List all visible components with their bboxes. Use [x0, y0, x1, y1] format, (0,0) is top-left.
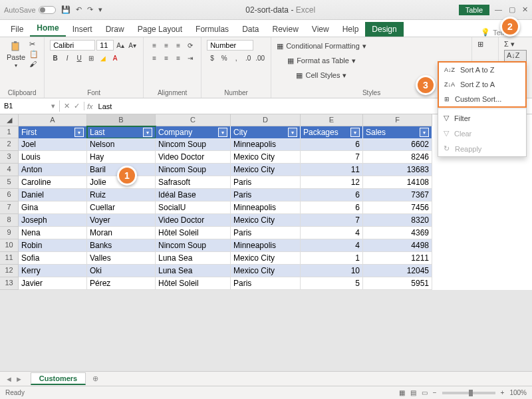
row-header-1[interactable]: 1	[0, 126, 19, 138]
cell[interactable]: Idéal Base	[156, 189, 231, 201]
percent-icon[interactable]: %	[219, 53, 229, 63]
cell[interactable]: Hôtel Soleil	[156, 227, 231, 239]
cell[interactable]: SocialU	[156, 201, 231, 214]
cell[interactable]: Hay	[87, 151, 156, 164]
number-format-combo[interactable]	[207, 40, 253, 51]
cell[interactable]: Paris	[231, 176, 301, 189]
cell[interactable]: Paris	[231, 189, 301, 201]
align-top-icon[interactable]: ≡	[149, 40, 160, 51]
minimize-icon[interactable]: —	[495, 5, 502, 14]
cell[interactable]: 7456	[363, 201, 432, 214]
cell[interactable]: Nelson	[87, 138, 156, 151]
save-icon[interactable]: 💾	[61, 5, 70, 14]
align-center-icon[interactable]: ≡	[161, 53, 172, 63]
row-header-6[interactable]: 6	[0, 189, 19, 201]
cell[interactable]: Safrasoft	[156, 176, 231, 189]
col-header-D[interactable]: D	[231, 114, 301, 126]
tab-review[interactable]: Review	[265, 22, 305, 37]
currency-icon[interactable]: $	[207, 53, 217, 63]
tab-insert[interactable]: Insert	[66, 22, 99, 37]
select-all[interactable]: ◢	[0, 114, 19, 126]
col-header-E[interactable]: E	[301, 114, 363, 126]
cell[interactable]: 13683	[363, 164, 432, 176]
col-header-F[interactable]: F	[363, 114, 432, 126]
table-header-city[interactable]: City▾	[231, 126, 301, 138]
cell[interactable]: 8246	[363, 151, 432, 164]
table-header-last[interactable]: Last▾	[87, 126, 156, 138]
increase-font-icon[interactable]: A▴	[115, 40, 126, 51]
cell[interactable]: Mexico City	[231, 164, 301, 176]
filter-dropdown-icon[interactable]: ▾	[420, 128, 429, 137]
cell[interactable]: Joseph	[19, 214, 87, 227]
cell[interactable]: Caroline	[19, 176, 87, 189]
cell[interactable]: Moran	[87, 227, 156, 239]
row-header-2[interactable]: 2	[0, 138, 19, 151]
cell[interactable]: 12045	[363, 265, 432, 277]
cell[interactable]: Mexico City	[231, 252, 301, 265]
autosave-toggle[interactable]: AutoSave	[4, 6, 56, 14]
underline-button[interactable]: U	[74, 53, 84, 63]
cell[interactable]: 5951	[363, 277, 432, 290]
indent-icon[interactable]: ⇥	[185, 53, 196, 63]
restore-icon[interactable]: ▢	[509, 5, 515, 14]
align-left-icon[interactable]: ≡	[149, 53, 160, 63]
tab-prev-icon[interactable]: ◄	[5, 375, 13, 383]
row-header-9[interactable]: 9	[0, 227, 19, 239]
filter-dropdown-icon[interactable]: ▾	[350, 128, 360, 137]
cell[interactable]: Louis	[19, 151, 87, 164]
border-button[interactable]: ⊞	[86, 53, 96, 63]
cell[interactable]: Kerry	[19, 265, 87, 277]
cell[interactable]: 10	[301, 265, 363, 277]
cell[interactable]: 7	[301, 151, 363, 164]
cell[interactable]: Video Doctor	[156, 151, 231, 164]
zoom-out-icon[interactable]: −	[433, 389, 437, 396]
zoom-slider[interactable]	[442, 392, 495, 394]
increase-decimal-icon[interactable]: .0	[243, 53, 253, 63]
cell[interactable]: Cuellar	[87, 201, 156, 214]
cell[interactable]: Robin	[19, 239, 87, 252]
cell[interactable]: Nincom Soup	[156, 164, 231, 176]
zoom-in-icon[interactable]: +	[501, 389, 505, 396]
tab-help[interactable]: Help	[336, 22, 366, 37]
cell[interactable]: Banks	[87, 239, 156, 252]
filter-dropdown-icon[interactable]: ▾	[74, 128, 84, 137]
bold-button[interactable]: B	[50, 53, 61, 63]
conditional-formatting-button[interactable]: ▦Conditional Formatting ▾	[277, 40, 366, 52]
menu-sort-az[interactable]: A↓ZSort A to Z	[439, 63, 525, 77]
cell[interactable]: Video Doctor	[156, 214, 231, 227]
cell[interactable]: 4	[301, 227, 363, 239]
cell[interactable]: 12	[301, 176, 363, 189]
row-header-10[interactable]: 10	[0, 239, 19, 252]
cell[interactable]: Nincom Soup	[156, 138, 231, 151]
cell[interactable]: 5	[301, 277, 363, 290]
paste-button[interactable]: Paste▾	[5, 40, 27, 70]
cell[interactable]: Luna Sea	[156, 252, 231, 265]
cell[interactable]: Hôtel Soleil	[156, 277, 231, 290]
tab-home[interactable]: Home	[30, 21, 65, 37]
row-header-11[interactable]: 11	[0, 252, 19, 265]
insert-cells-icon[interactable]: ⊞	[477, 40, 483, 49]
col-header-B[interactable]: B	[87, 114, 156, 126]
cell[interactable]: Javier	[19, 277, 87, 290]
table-header-sales[interactable]: Sales▾	[363, 126, 432, 138]
cell[interactable]: 4369	[363, 227, 432, 239]
enter-fx-icon[interactable]: ✓	[74, 102, 80, 110]
cell[interactable]: 14108	[363, 176, 432, 189]
cell[interactable]: Pérez	[87, 277, 156, 290]
cell[interactable]: 1211	[363, 252, 432, 265]
italic-button[interactable]: I	[62, 53, 72, 63]
menu-filter[interactable]: ▽Filter	[438, 110, 526, 126]
menu-sort-za[interactable]: Z↓ASort Z to A	[439, 77, 525, 92]
table-header-packages[interactable]: Packages▾	[301, 126, 363, 138]
cell[interactable]: 1	[301, 252, 363, 265]
align-bottom-icon[interactable]: ≡	[173, 40, 184, 51]
align-middle-icon[interactable]: ≡	[161, 40, 172, 51]
zoom-level[interactable]: 100%	[509, 389, 527, 396]
cell[interactable]: Paris	[231, 277, 301, 290]
cell[interactable]: Minneapolis	[231, 239, 301, 252]
cell[interactable]: Luna Sea	[156, 265, 231, 277]
comma-icon[interactable]: ,	[231, 53, 241, 63]
cell[interactable]: Daniel	[19, 189, 87, 201]
cell[interactable]: Voyer	[87, 214, 156, 227]
tab-draw[interactable]: Draw	[99, 22, 131, 37]
